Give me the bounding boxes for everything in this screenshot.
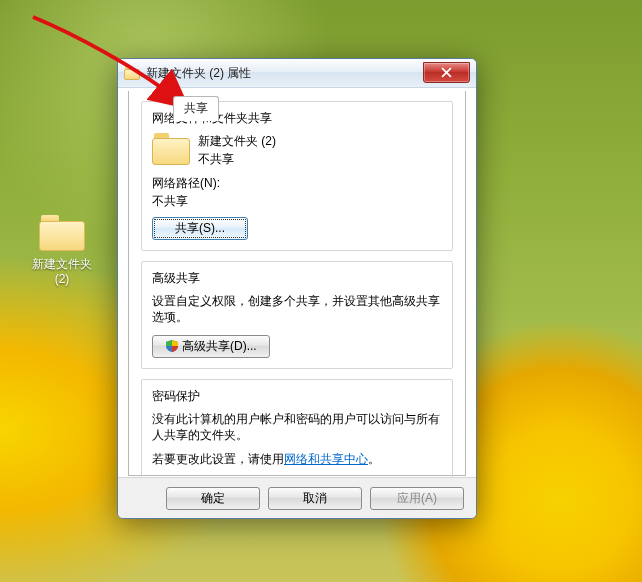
group-network-share: 网络文件和文件夹共享 新建文件夹 (2) 不共享 网络路径(N): 不共享 共享… xyxy=(141,101,453,251)
group-title: 高级共享 xyxy=(152,270,442,287)
close-icon xyxy=(441,67,452,78)
desktop-folder-label: 新建文件夹 (2) xyxy=(25,257,99,287)
titlebar-folder-icon xyxy=(124,66,140,80)
network-path-label: 网络路径(N): xyxy=(152,175,442,191)
properties-dialog: 新建文件夹 (2) 属性 常规 共享 安全 以前的版本 自定义 网络文件和文件夹… xyxy=(117,58,477,519)
tab-share[interactable]: 共享 xyxy=(173,96,219,121)
advanced-share-button-label: 高级共享(D)... xyxy=(182,339,257,353)
ok-button[interactable]: 确定 xyxy=(166,487,260,510)
network-path-value: 不共享 xyxy=(152,193,442,209)
close-button[interactable] xyxy=(423,62,470,83)
dialog-title: 新建文件夹 (2) 属性 xyxy=(146,65,423,82)
advanced-share-button[interactable]: 高级共享(D)... xyxy=(152,335,270,358)
advanced-share-desc: 设置自定义权限，创建多个共享，并设置其他高级共享选项。 xyxy=(152,293,442,325)
password-desc-2: 若要更改此设置，请使用网络和共享中心。 xyxy=(152,451,442,467)
password-desc-2-prefix: 若要更改此设置，请使用 xyxy=(152,452,284,466)
dialog-button-bar: 确定 取消 应用(A) xyxy=(118,477,476,518)
group-advanced-share: 高级共享 设置自定义权限，创建多个共享，并设置其他高级共享选项。 高级共享(D)… xyxy=(141,261,453,369)
share-button[interactable]: 共享(S)... xyxy=(152,217,248,240)
password-desc-1: 没有此计算机的用户帐户和密码的用户可以访问与所有人共享的文件夹。 xyxy=(152,411,442,443)
folder-status-text: 不共享 xyxy=(152,151,442,167)
tab-content: 网络文件和文件夹共享 新建文件夹 (2) 不共享 网络路径(N): 不共享 共享… xyxy=(128,91,466,476)
desktop-folder-item[interactable]: 新建文件夹 (2) xyxy=(25,215,99,287)
shield-icon xyxy=(165,339,179,353)
folder-icon xyxy=(39,215,85,251)
network-sharing-center-link[interactable]: 网络和共享中心 xyxy=(284,452,368,466)
folder-name-text: 新建文件夹 (2) xyxy=(152,133,442,149)
folder-icon xyxy=(152,133,190,165)
group-password-protection: 密码保护 没有此计算机的用户帐户和密码的用户可以访问与所有人共享的文件夹。 若要… xyxy=(141,379,453,480)
apply-button[interactable]: 应用(A) xyxy=(370,487,464,510)
titlebar[interactable]: 新建文件夹 (2) 属性 xyxy=(118,59,476,88)
password-desc-2-suffix: 。 xyxy=(368,452,380,466)
cancel-button[interactable]: 取消 xyxy=(268,487,362,510)
group-title: 密码保护 xyxy=(152,388,442,405)
